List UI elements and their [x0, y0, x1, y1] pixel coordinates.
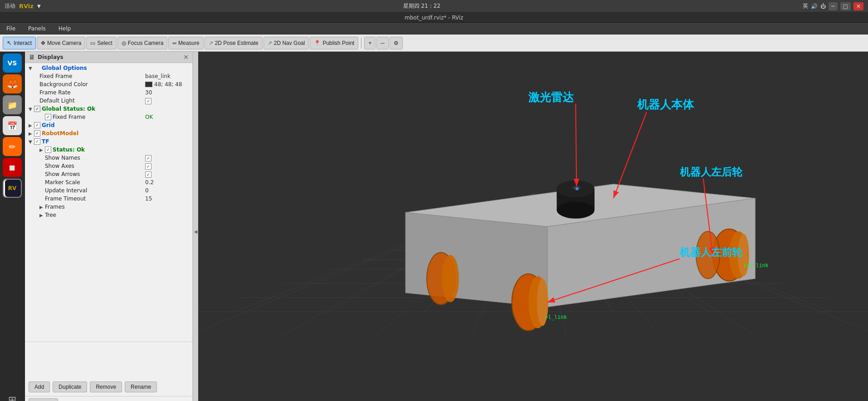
tree-label-tf-status: Status: Ok	[53, 147, 190, 153]
panel-collapse-handle[interactable]: ◀	[193, 52, 198, 401]
window-close[interactable]: ✕	[853, 2, 863, 10]
tree-item-frame-timeout[interactable]: Frame Timeout 15	[25, 195, 192, 203]
window-maximize[interactable]: □	[840, 2, 851, 10]
interact-button[interactable]: ↖ Interact	[3, 37, 36, 49]
2d-nav-button[interactable]: ↗ 2D Nav Goal	[263, 37, 309, 49]
tree-item-tree[interactable]: ▶ Tree	[25, 211, 192, 219]
focus-camera-icon: ◎	[122, 40, 126, 46]
tree-item-update-interval[interactable]: Update Interval 0	[25, 186, 192, 195]
tree-value-update-interval: 0	[145, 187, 190, 194]
power-icon[interactable]: ⏻	[820, 3, 826, 10]
tree-label-tree: Tree	[45, 212, 190, 218]
toolbar-minus-button[interactable]: ─	[376, 37, 389, 49]
displays-bottom-area	[25, 342, 192, 378]
tree-value-background-color: 48; 48; 48	[145, 81, 190, 88]
focus-camera-button[interactable]: ◎ Focus Camera	[117, 37, 168, 49]
tree-value-show-names: ✓	[145, 155, 190, 161]
rename-button[interactable]: Rename	[125, 381, 157, 392]
checkbox-show-axes[interactable]: ✓	[145, 163, 151, 170]
tree-item-global-options[interactable]: ▼ Global Options	[25, 64, 192, 72]
select-button[interactable]: ▭ Select	[86, 37, 116, 49]
tree-item-show-names[interactable]: Show Names ✓	[25, 154, 192, 162]
tree-item-frames[interactable]: ▶ Frames	[25, 203, 192, 211]
tree-item-fixed-frame-status[interactable]: ✓ Fixed Frame OK	[25, 113, 192, 121]
activities-label[interactable]: 活动	[5, 2, 15, 10]
volume-icon[interactable]: 🔊	[811, 3, 818, 10]
tree-label-robot-model: RobotModel	[42, 130, 190, 137]
expand-arrow-grid: ▶	[29, 123, 34, 128]
menu-file[interactable]: File	[4, 24, 18, 33]
minus-icon: ─	[380, 40, 385, 46]
add-button[interactable]: Add	[29, 381, 50, 392]
tree-value-frame-timeout: 15	[145, 196, 190, 202]
tree-label-global-options: Global Options	[42, 65, 145, 71]
window-title: mbot_urdf.rviz* - RViz	[405, 15, 463, 21]
dropdown-arrow-icon[interactable]: ▼	[37, 4, 41, 9]
toolbar-plus-button[interactable]: +	[364, 37, 375, 49]
sidebar-app-files[interactable]: 📁	[3, 95, 22, 114]
toolbar-gear-button[interactable]: ⚙	[390, 37, 403, 49]
sidebar-app-vscode[interactable]: VS	[3, 54, 22, 73]
measure-button[interactable]: ═ Measure	[168, 37, 203, 49]
checkbox-grid[interactable]: ✓	[34, 122, 40, 128]
tree-item-robot-model[interactable]: ▶ ✓ RobotModel	[25, 129, 192, 137]
tree-item-grid[interactable]: ▶ ✓ Grid	[25, 121, 192, 129]
3d-viewport[interactable]: sol_link >l_link 激光雷达 机器人本体 机器人左后轮 机器人左前…	[198, 52, 868, 401]
sidebar-app-calendar[interactable]: 📅	[3, 116, 22, 135]
checkbox-robot-model[interactable]: ✓	[34, 130, 40, 137]
tree-value-fixed-frame: base_link	[145, 73, 190, 79]
2d-pose-button[interactable]: ↗ 2D Pose Estimate	[205, 37, 263, 49]
sidebar-app-stop[interactable]: ⏹	[3, 158, 22, 177]
expand-arrow-frames: ▶	[39, 205, 45, 210]
title-bar: mbot_urdf.rviz* - RViz	[0, 13, 868, 23]
sidebar-app-rviz[interactable]: RV	[3, 179, 22, 198]
checkbox-ff-status[interactable]: ✓	[45, 114, 51, 120]
tree-item-tf-status[interactable]: ▶ ✓ Status: Ok	[25, 146, 192, 154]
tree-item-background-color[interactable]: Background Color 48; 48; 48	[25, 80, 192, 88]
checkbox-tf-status[interactable]: ✓	[45, 147, 51, 153]
tree-label-fixed-frame: Fixed Frame	[39, 73, 145, 79]
interact-label: Interact	[14, 40, 32, 46]
svg-text:机器人左后轮: 机器人左后轮	[679, 166, 743, 178]
checkbox-default-light[interactable]: ✓	[145, 98, 151, 104]
plus-icon: +	[368, 40, 371, 46]
checkbox-show-arrows[interactable]: ✓	[145, 171, 151, 178]
menu-panels[interactable]: Panels	[25, 24, 49, 33]
publish-point-button[interactable]: 📍 Publish Point	[310, 37, 358, 49]
tree-item-show-axes[interactable]: Show Axes ✓	[25, 162, 192, 170]
tree-item-default-light[interactable]: Default Light ✓	[25, 97, 192, 105]
displays-panel-close[interactable]: ✕	[183, 54, 189, 60]
toolbar-separator	[361, 38, 361, 49]
tree-item-marker-scale[interactable]: Marker Scale 0.2	[25, 178, 192, 186]
tree-item-fixed-frame[interactable]: Fixed Frame base_link	[25, 72, 192, 80]
2d-pose-label: 2D Pose Estimate	[215, 40, 258, 46]
window-minimize[interactable]: ─	[829, 2, 837, 10]
select-icon: ▭	[90, 40, 95, 46]
tree-item-tf[interactable]: ▼ ✓ TF	[25, 137, 192, 146]
tree-label-global-status: Global Status: Ok	[42, 106, 190, 112]
checkbox-tf[interactable]: ✓	[34, 138, 40, 145]
2d-nav-label: 2D Nav Goal	[274, 40, 305, 46]
tree-label-ff-status: Fixed Frame	[53, 114, 145, 120]
svg-point-32	[575, 187, 578, 190]
sidebar-app-firefox[interactable]: 🦊	[3, 74, 22, 93]
move-camera-button[interactable]: ✥ Move Camera	[37, 37, 85, 49]
tree-item-frame-rate[interactable]: Frame Rate 30	[25, 88, 192, 97]
language-indicator[interactable]: 英	[803, 2, 808, 10]
remove-button[interactable]: Remove	[90, 381, 122, 392]
background-color-swatch	[145, 82, 152, 87]
tree-item-show-arrows[interactable]: Show Arrows ✓	[25, 170, 192, 178]
tree-item-global-status[interactable]: ▼ ✓ Global Status: Ok	[25, 105, 192, 113]
displays-panel: 🖥 Displays ✕ ▼ Global Options Fixed Fram…	[25, 52, 193, 401]
reset-button[interactable]: Reset	[29, 398, 58, 401]
expand-arrow-tf-status: ▶	[39, 147, 45, 152]
sidebar-app-grid[interactable]: ⊞	[3, 390, 22, 401]
select-label: Select	[97, 40, 112, 46]
checkbox-show-names[interactable]: ✓	[145, 155, 151, 161]
sys-bar-left: 活动 RViz ▼	[5, 2, 41, 10]
tree-value-show-axes: ✓	[145, 163, 190, 170]
checkbox-global-status[interactable]: ✓	[34, 106, 40, 112]
sidebar-app-text[interactable]: ✏	[3, 137, 22, 156]
duplicate-button[interactable]: Duplicate	[53, 381, 87, 392]
menu-help[interactable]: Help	[56, 24, 73, 33]
